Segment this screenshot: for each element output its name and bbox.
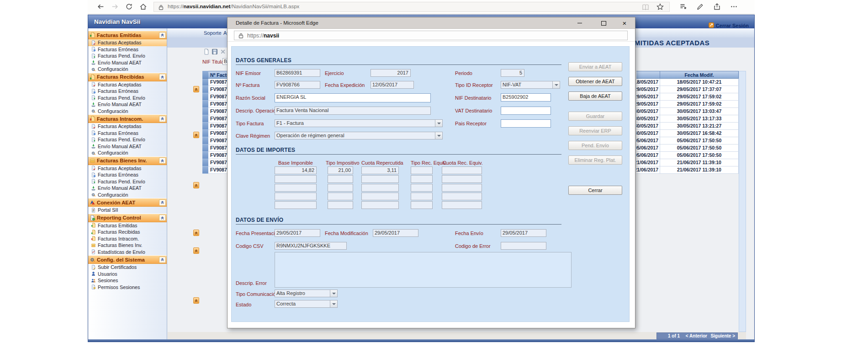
grid-cell-fecha-modif[interactable]: 29/05/2017 17:37:07 xyxy=(660,86,739,93)
grid-row-selector[interactable] xyxy=(202,101,208,108)
cerrar-button[interactable]: Cerrar xyxy=(568,186,622,195)
sidebar-item-facturas-pend-envio[interactable]: Facturas Pend. Envío xyxy=(88,95,167,102)
sidebar-item-facturas-pend-envio[interactable]: Facturas Pend. Envío xyxy=(88,136,167,143)
collapse-group-icon[interactable] xyxy=(159,32,166,38)
sidebar-item-envio-manual-aeat[interactable]: Envío Manual AEAT xyxy=(88,185,167,192)
sidebar-item-configuracion[interactable]: Configuración xyxy=(88,66,167,73)
collapse-group-icon[interactable] xyxy=(159,257,166,263)
collapse-group-icon[interactable] xyxy=(159,74,166,80)
field-estado-select[interactable]: Correcta xyxy=(275,300,338,308)
panel-collapse-icon[interactable] xyxy=(193,230,199,236)
grid-cell-fecha-modif[interactable]: 30/05/2017 13:17:33 xyxy=(660,115,739,123)
grid-cell-hidden-datetime[interactable]: 05/06/2017 17:50:50 xyxy=(636,152,660,159)
prev-page-button[interactable]: < Anterior xyxy=(686,333,707,338)
collapse-group-icon[interactable] xyxy=(159,199,166,206)
sidebar-item-configuracion[interactable]: Configuración xyxy=(88,192,167,198)
panel-collapse-icon[interactable] xyxy=(193,297,199,304)
refresh-icon[interactable] xyxy=(125,3,133,11)
grid-cell-fecha-modif[interactable]: 30/05/2017 16:58:42 xyxy=(660,130,739,137)
collapse-group-icon[interactable] xyxy=(159,116,166,122)
grid-row-selector[interactable] xyxy=(202,115,208,123)
field-razon_social-input[interactable]: ENERGIA SL xyxy=(275,93,431,102)
collapse-group-icon[interactable] xyxy=(159,157,166,164)
minimize-icon[interactable] xyxy=(573,18,586,28)
grid-cell-hidden-datetime[interactable]: 30/05/2017 13:03:47 xyxy=(636,108,660,115)
sidebar-group-reporting-control[interactable]: Reporting Control xyxy=(88,214,167,222)
grid-row-selector[interactable] xyxy=(202,152,208,159)
sidebar-item-facturas-erroneas[interactable]: Facturas Erróneas xyxy=(88,130,167,137)
field-tipo_id_receptor-select[interactable]: NIF-VAT xyxy=(501,81,560,89)
grid-cell-hidden-datetime[interactable]: 30/05/2017 13:17:33 xyxy=(636,115,660,123)
back-icon[interactable] xyxy=(97,3,105,11)
grid-cell-hidden-datetime[interactable]: 30/05/2017 13:21:27 xyxy=(636,123,660,130)
menu-item-soporte[interactable]: Soporte xyxy=(204,30,222,36)
share-icon[interactable] xyxy=(713,3,721,11)
sidebar-group-facturas-emitidas[interactable]: Facturas Emitidas xyxy=(88,31,167,39)
grid-cell-fecha-modif[interactable]: 18/05/2017 10:47:21 xyxy=(660,79,739,86)
grid-row-selector[interactable] xyxy=(202,108,208,115)
grid-cell-fecha-modif[interactable]: 29/05/2017 17:59:02 xyxy=(660,101,739,108)
obtener-de-aeat-button[interactable]: Obtener de AEAT xyxy=(568,77,622,86)
sidebar-item-facturas-intracom[interactable]: Facturas Intracom. xyxy=(88,236,167,242)
field-nif_destinatario-input[interactable]: B25902902 xyxy=(501,93,551,102)
sidebar-item-facturas-emitidas[interactable]: Facturas Emitidas xyxy=(88,222,167,229)
grid-cell-hidden-datetime[interactable]: 29/05/2017 17:59:02 xyxy=(636,101,660,108)
grid-row-selector[interactable] xyxy=(202,166,208,174)
grid-hidden-column-header[interactable] xyxy=(636,71,660,79)
grid-fecha-modif-column-header[interactable]: Fecha Modif. xyxy=(660,71,739,79)
panel-collapse-icon[interactable] xyxy=(193,182,199,188)
sidebar-item-facturas-aceptadas[interactable]: Facturas Aceptadas xyxy=(88,39,167,46)
sidebar-item-facturas-aceptadas[interactable]: Facturas Aceptadas xyxy=(88,165,167,172)
home-icon[interactable] xyxy=(139,3,148,11)
favorites-star-icon[interactable] xyxy=(656,3,664,12)
sidebar-item-facturas-aceptadas[interactable]: Facturas Aceptadas xyxy=(88,123,167,130)
reading-view-icon[interactable] xyxy=(642,4,649,13)
sidebar-item-sesiones[interactable]: Sesiones xyxy=(88,277,167,284)
baja-de-aeat-button[interactable]: Baja de AEAT xyxy=(568,91,622,101)
grid-cell-hidden-datetime[interactable]: 18/05/2017 10:47:21 xyxy=(636,79,660,86)
sidebar-item-facturas-aceptadas[interactable]: Facturas Aceptadas xyxy=(88,81,167,88)
grid-cell-hidden-datetime[interactable]: 29/05/2017 17:37:07 xyxy=(636,86,660,93)
more-menu-icon[interactable] xyxy=(730,3,738,11)
dialog-titlebar[interactable]: Detalle de Factura - Microsoft Edge × xyxy=(228,17,635,29)
grid-cell-fecha-modif[interactable]: 21/06/2017 11:39:10 xyxy=(660,159,739,166)
sidebar-group-facturas-recibidas[interactable]: Facturas Recibidas xyxy=(88,73,167,81)
sidebar-item-portal-sii[interactable]: Portal SII xyxy=(88,207,167,214)
grid-cell-fecha-modif[interactable]: 05/06/2017 17:50:50 xyxy=(660,145,739,152)
grid-cell-fecha-modif[interactable]: 21/06/2017 11:39:10 xyxy=(660,166,739,174)
sidebar-item-facturas-bienes-inv[interactable]: Facturas Bienes Inv. xyxy=(88,242,167,249)
sidebar-item-envio-manual-aeat[interactable]: Envío Manual AEAT xyxy=(88,59,167,66)
collapse-group-icon[interactable] xyxy=(159,214,166,221)
grid-row-selector[interactable] xyxy=(202,137,208,145)
grid-row-selector[interactable] xyxy=(202,145,208,152)
grid-cell-fecha-modif[interactable]: 05/06/2017 17:50:50 xyxy=(660,152,739,159)
next-page-button[interactable]: Siguiente > xyxy=(710,333,735,338)
sidebar-item-configuracion[interactable]: Configuración xyxy=(88,150,167,156)
sidebar-item-envio-manual-aeat[interactable]: Envío Manual AEAT xyxy=(88,143,167,150)
hub-icon[interactable] xyxy=(679,3,688,11)
save-icon[interactable] xyxy=(212,48,218,55)
sidebar-item-configuracion[interactable]: Configuración xyxy=(88,108,167,115)
grid-cell-hidden-datetime[interactable]: 05/06/2017 17:50:50 xyxy=(636,137,660,145)
grid-row-selector[interactable] xyxy=(202,86,208,93)
field-vat_destinatario-input[interactable] xyxy=(501,107,551,115)
sidebar-item-subir-certificados[interactable]: Subir Certificados xyxy=(88,264,167,271)
grid-cell-hidden-datetime[interactable]: 21/06/2017 11:39:10 xyxy=(636,159,660,166)
sidebar-item-facturas-erroneas[interactable]: Facturas Erróneas xyxy=(88,88,167,95)
sidebar-item-estadisticas-de-envio[interactable]: Estadísticas de Envío xyxy=(88,249,167,256)
grid-row-selector[interactable] xyxy=(202,159,208,166)
sidebar-group-config-del-sistema[interactable]: Config. del Sistema xyxy=(88,255,167,264)
field-tipo_factura-select[interactable]: F1 - Factura xyxy=(275,119,443,127)
grid-cell-hidden-datetime[interactable]: 30/05/2017 16:58:42 xyxy=(636,130,660,137)
grid-cell-hidden-datetime[interactable]: 05/06/2017 17:50:50 xyxy=(636,145,660,152)
panel-collapse-icon[interactable] xyxy=(193,247,199,254)
grid-row-selector[interactable] xyxy=(202,130,208,137)
field-clave_regimen-select[interactable]: Operación de régimen general xyxy=(275,132,443,139)
field-pais_receptor-input[interactable] xyxy=(501,119,551,128)
field-tipo_comunicacion-select[interactable]: Alta Registro xyxy=(275,289,338,297)
dialog-address-bar[interactable]: https://navsii xyxy=(234,31,628,40)
sidebar-group-conexion-aeat[interactable]: Conexión AEAT xyxy=(88,198,167,207)
logout-button[interactable]: Cerrar Sesión xyxy=(709,22,749,29)
sidebar-item-facturas-pend-envio[interactable]: Facturas Pend. Envío xyxy=(88,178,167,185)
sidebar-item-facturas-erroneas[interactable]: Facturas Erróneas xyxy=(88,46,167,53)
